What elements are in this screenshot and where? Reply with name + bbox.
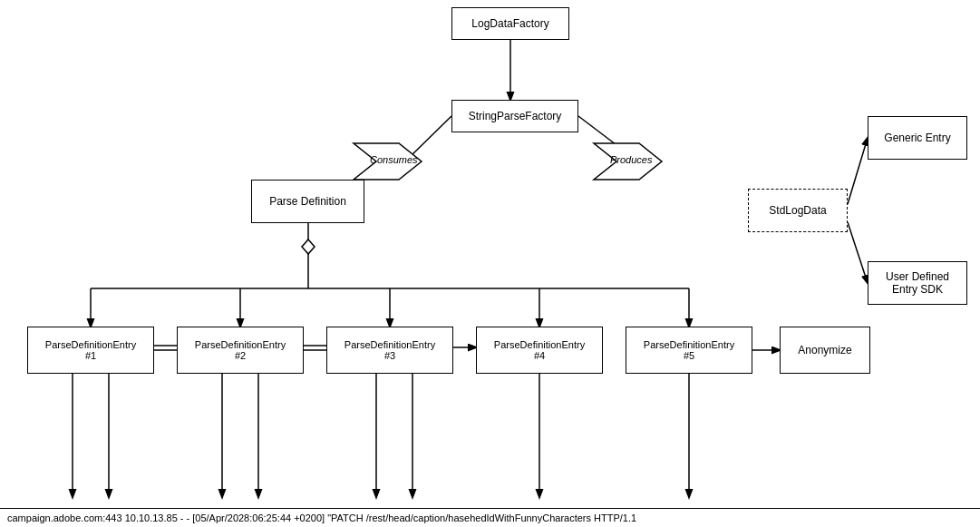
- svg-line-2: [578, 116, 635, 159]
- arrows-svg: [0, 0, 980, 527]
- string-parse-factory-node: StringParseFactory: [451, 100, 578, 132]
- bottom-bar: campaign.adobe.com:443 10.10.13.85 - - […: [0, 508, 980, 527]
- std-log-data-node: StdLogData: [748, 189, 848, 232]
- log-data-factory-node: LogDataFactory: [451, 7, 569, 40]
- entry-1-node: ParseDefinitionEntry#1: [27, 327, 154, 374]
- entry-5-node: ParseDefinitionEntry#5: [626, 327, 752, 374]
- svg-line-4: [848, 222, 868, 283]
- consumes-label: Consumes: [370, 154, 418, 165]
- entry-3-node: ParseDefinitionEntry#3: [326, 327, 453, 374]
- user-defined-entry-node: User Defined Entry SDK: [868, 261, 967, 305]
- generic-entry-node: Generic Entry: [868, 116, 967, 160]
- entry-4-node: ParseDefinitionEntry#4: [476, 327, 603, 374]
- svg-marker-5: [302, 239, 315, 254]
- svg-line-3: [848, 138, 868, 204]
- produces-label: Produces: [610, 154, 652, 165]
- diagram: LogDataFactory StringParseFactory Parse …: [0, 0, 980, 527]
- log-line: campaign.adobe.com:443 10.10.13.85 - - […: [7, 512, 636, 523]
- entry-2-node: ParseDefinitionEntry#2: [177, 327, 304, 374]
- parse-definition-node: Parse Definition: [251, 180, 364, 223]
- svg-line-1: [408, 116, 451, 159]
- anonymize-node: Anonymize: [780, 327, 870, 374]
